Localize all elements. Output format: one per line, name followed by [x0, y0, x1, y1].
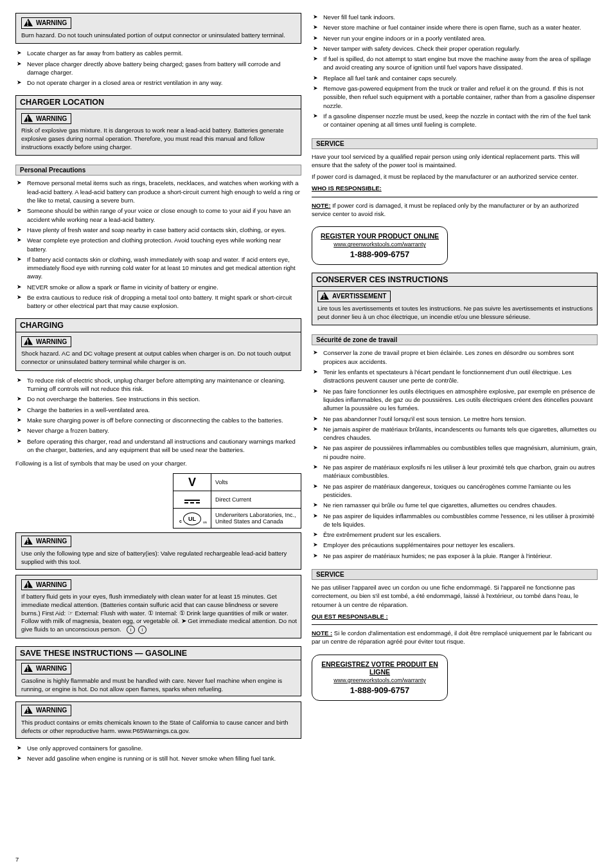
list-item: Remove gas-powered equipment from the tr…	[312, 84, 598, 110]
installation-precaution-list: Locate charger as far away from battery …	[15, 49, 301, 89]
symbol-dc-icon	[173, 491, 211, 509]
warning-label: !WARNING	[21, 113, 71, 125]
list-item: Ne rien ramasser qui brûle ou fume tel q…	[312, 501, 598, 509]
list-item: Use only approved containers for gasolin…	[15, 744, 301, 752]
warning-text: Gasoline is highly flammable and must be…	[21, 677, 297, 694]
symbols-intro: Following is a list of symbols that may …	[15, 459, 301, 467]
list-item: Never run your engine indoors or in a po…	[312, 34, 598, 42]
service-fr-body: Ne pas utiliser l'appareil avec un cordo…	[312, 583, 598, 609]
warning-text: Risk of explosive gas mixture. It is dan…	[21, 127, 297, 151]
subhead-securite-zone: Sécurité de zone de travail	[312, 334, 598, 345]
gasoline-bullets-cont: Never fill fuel tank indoors. Never stor…	[312, 13, 598, 131]
warning-label: !WARNING	[21, 579, 71, 591]
warning-battery-type: !WARNING Use only the following type and…	[15, 532, 301, 569]
section-charger-location: CHARGER LOCATION	[15, 95, 301, 109]
service-en-intro: Have your tool serviced by a qualified r…	[312, 152, 598, 170]
left-column: !WARNING Burn hazard. Do not touch unins…	[15, 13, 301, 768]
subhead-personal-precautions: Personal Precautions	[15, 165, 301, 176]
list-item: Remove personal metal items such as ring…	[15, 179, 301, 204]
warning-battery-fluid: !WARNING If battery fluid gets in your e…	[15, 575, 301, 639]
table-row: V Volts	[173, 474, 301, 491]
section-charging: CHARGING	[15, 318, 301, 332]
subhead-service-en: SERVICE	[312, 138, 598, 149]
list-item: Charge the batteries in a well-ventilate…	[15, 406, 301, 414]
warning-gasoline-flammable: !WARNING Gasoline is highly flammable an…	[15, 660, 301, 696]
list-item: Tenir les enfants et spectateurs à l'éca…	[312, 368, 598, 385]
register-phone: 1-888-909-6757	[350, 249, 410, 259]
list-item: Wear complete eye protection and clothin…	[15, 236, 301, 253]
register-box-en: REGISTER YOUR PRODUCT ONLINE www.greenwo…	[312, 226, 448, 265]
list-item: Be extra cautious to reduce risk of drop…	[15, 293, 301, 311]
divider	[312, 197, 598, 197]
list-item: Ne jamais aspirer de matériaux brûlants,…	[312, 425, 598, 442]
table-row: UL Underwriters Laboratories, Inc., Unit…	[173, 509, 301, 529]
charging-bullets: To reduce risk of electric shock, unplug…	[15, 376, 301, 456]
list-item: Never charge a frozen battery.	[15, 426, 301, 435]
warning-burn-hazard: !WARNING Burn hazard. Do not touch unins…	[15, 13, 301, 44]
list-item: Ne pas aspirer de matériaux humides; ne …	[312, 552, 598, 560]
symbol-desc: Volts	[211, 474, 301, 491]
table-row: Direct Current	[173, 491, 301, 509]
list-item: If fuel is spilled, do not attempt to st…	[312, 55, 598, 72]
service-en-body: If power cord is damaged, it must be rep…	[312, 172, 598, 181]
who-responsible-title: WHO IS RESPONSIBLE:	[312, 184, 598, 192]
note-en: NOTE: If power cord is damaged, it must …	[312, 201, 598, 219]
list-item: Ne pas aspirer de liquides inflammables …	[312, 512, 598, 529]
warning-text: Lire tous les avertissements et toutes l…	[317, 305, 593, 321]
register-title: REGISTER YOUR PRODUCT ONLINE	[319, 232, 441, 240]
list-item: Employer des précautions supplémentaires…	[312, 541, 598, 549]
warning-text: Shock hazard. AC and DC voltage present …	[21, 350, 297, 366]
warning-text: Use only the following type and size of …	[21, 550, 297, 566]
list-item: Être extrêmement prudent sur les escalie…	[312, 530, 598, 539]
warning-label: !WARNING	[21, 705, 71, 716]
section-save-instructions-fr: CONSERVER CES INSTRUCTIONS	[312, 273, 598, 286]
symbol-desc: Direct Current	[211, 491, 301, 509]
list-item: Ne pas faire fonctionner les outils élec…	[312, 387, 598, 413]
list-item: Ne pas aspirer de poussières inflammable…	[312, 444, 598, 461]
warning-label: !WARNING	[21, 536, 71, 547]
note-fr: NOTE : Si le cordon d'alimentation est e…	[312, 629, 598, 646]
avertissement-lire: !AVERTISSEMENT Lire tous les avertisseme…	[312, 286, 598, 325]
section-save-instructions-gasoline: SAVE THESE INSTRUCTIONS — GASOLINE	[15, 646, 301, 660]
warning-label: !WARNING	[21, 336, 71, 348]
list-item: Never tamper with safety devices. Check …	[312, 44, 598, 53]
divider	[312, 624, 598, 625]
list-item: Conserver la zone de travail propre et b…	[312, 348, 598, 366]
list-item: Replace all fuel tank and container caps…	[312, 74, 598, 82]
warning-shock-hazard: !WARNING Shock hazard. AC and DC voltage…	[15, 332, 301, 371]
warning-text: Burn hazard. Do not touch uninsulated po…	[21, 32, 297, 40]
list-item: Ne pas aspirer de matériaux dangereux, t…	[312, 482, 598, 500]
list-item: If battery acid contacts skin or clothin…	[15, 255, 301, 281]
subhead-service-fr: SERVICE	[312, 569, 598, 580]
register-url: www.greenworkstools.com/warranty	[319, 677, 441, 683]
warning-text: This product contains or emits chemicals…	[21, 719, 297, 736]
gasoline-bullets-start: Use only approved containers for gasolin…	[15, 744, 301, 765]
register-url: www.greenworkstools.com/warranty	[319, 241, 441, 248]
list-item: If a gasoline dispenser nozzle must be u…	[312, 112, 598, 129]
qui-responsable-title: QUI EST RESPONSABLE :	[312, 612, 598, 620]
list-item: Locate charger as far away from battery …	[15, 49, 301, 57]
securite-zone-list: Conserver la zone de travail propre et b…	[312, 348, 598, 562]
register-phone: 1-888-909-6757	[350, 685, 410, 695]
symbol-ul-icon: UL	[173, 509, 211, 529]
symbol-volts-icon: V	[173, 474, 211, 491]
list-item: Never fill fuel tank indoors.	[312, 13, 598, 21]
warning-text: If battery fluid gets in your eyes, flus…	[21, 593, 297, 634]
list-item: Ne pas aspirer de matériaux explosifs ni…	[312, 463, 598, 480]
personal-precautions-list: Remove personal metal items such as ring…	[15, 179, 301, 312]
warning-explosive-gas: !WARNING Risk of explosive gas mixture. …	[15, 109, 301, 156]
list-item: Never add gasoline when engine is runnin…	[15, 754, 301, 763]
register-box-fr: ENREGISTREZ VOTRE PRODUIT EN LIGNE www.g…	[312, 655, 448, 701]
register-title: ENREGISTREZ VOTRE PRODUIT EN LIGNE	[319, 660, 441, 676]
warning-prop65: !WARNING This product contains or emits …	[15, 701, 301, 738]
list-item: Before operating this charger, read and …	[15, 437, 301, 455]
symbol-desc: Underwriters Laboratories, Inc., United …	[211, 509, 301, 529]
list-item: Have plenty of fresh water and soap near…	[15, 226, 301, 234]
symbols-table: V Volts Direct Current UL Underwriters L…	[173, 473, 301, 529]
right-column: Never fill fuel tank indoors. Never stor…	[312, 13, 598, 768]
info-circle-icon: i	[138, 626, 147, 634]
info-circle-icon: i	[127, 626, 135, 634]
warning-label: !AVERTISSEMENT	[317, 291, 391, 302]
list-item: Do not overcharge the batteries. See Ins…	[15, 395, 301, 403]
list-item: Someone should be within range of your v…	[15, 206, 301, 224]
